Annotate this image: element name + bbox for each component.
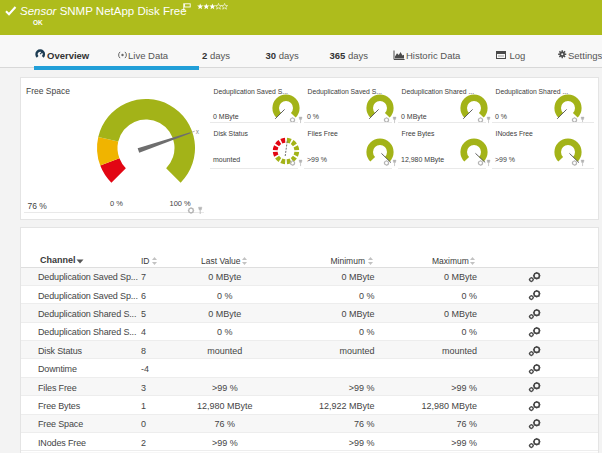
svg-text:x: x — [196, 128, 200, 135]
